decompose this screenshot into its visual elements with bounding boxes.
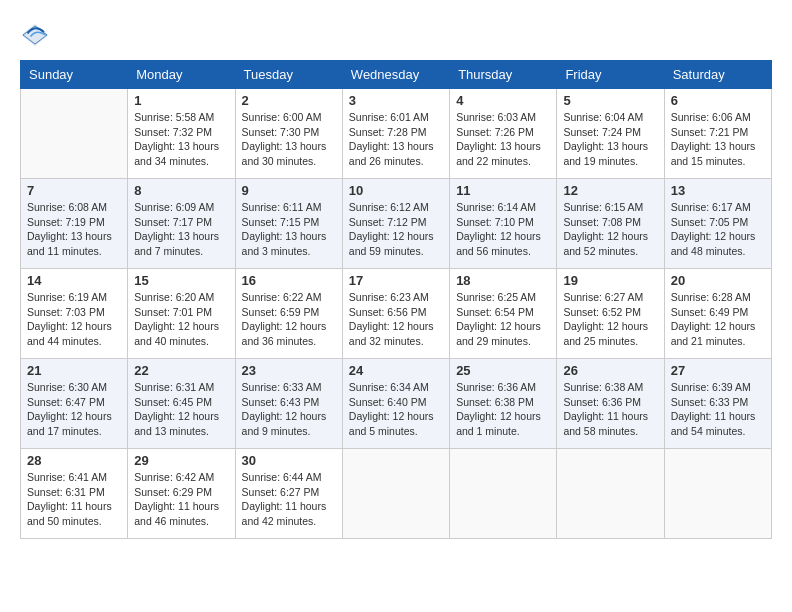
calendar-cell: 29Sunrise: 6:42 AMSunset: 6:29 PMDayligh… xyxy=(128,449,235,539)
calendar-cell: 22Sunrise: 6:31 AMSunset: 6:45 PMDayligh… xyxy=(128,359,235,449)
calendar-header: SundayMondayTuesdayWednesdayThursdayFrid… xyxy=(21,61,772,89)
calendar-cell: 20Sunrise: 6:28 AMSunset: 6:49 PMDayligh… xyxy=(664,269,771,359)
calendar-cell: 9Sunrise: 6:11 AMSunset: 7:15 PMDaylight… xyxy=(235,179,342,269)
calendar-cell: 12Sunrise: 6:15 AMSunset: 7:08 PMDayligh… xyxy=(557,179,664,269)
weekday-header-row: SundayMondayTuesdayWednesdayThursdayFrid… xyxy=(21,61,772,89)
day-number: 15 xyxy=(134,273,228,288)
calendar-cell: 6Sunrise: 6:06 AMSunset: 7:21 PMDaylight… xyxy=(664,89,771,179)
day-number: 20 xyxy=(671,273,765,288)
calendar-cell xyxy=(342,449,449,539)
day-info: Sunrise: 6:23 AMSunset: 6:56 PMDaylight:… xyxy=(349,290,443,349)
calendar-week-row: 14Sunrise: 6:19 AMSunset: 7:03 PMDayligh… xyxy=(21,269,772,359)
calendar-cell xyxy=(664,449,771,539)
day-info: Sunrise: 6:39 AMSunset: 6:33 PMDaylight:… xyxy=(671,380,765,439)
calendar-cell: 17Sunrise: 6:23 AMSunset: 6:56 PMDayligh… xyxy=(342,269,449,359)
calendar-body: 1Sunrise: 5:58 AMSunset: 7:32 PMDaylight… xyxy=(21,89,772,539)
day-info: Sunrise: 6:30 AMSunset: 6:47 PMDaylight:… xyxy=(27,380,121,439)
calendar-table: SundayMondayTuesdayWednesdayThursdayFrid… xyxy=(20,60,772,539)
weekday-header-monday: Monday xyxy=(128,61,235,89)
day-info: Sunrise: 6:17 AMSunset: 7:05 PMDaylight:… xyxy=(671,200,765,259)
calendar-cell: 8Sunrise: 6:09 AMSunset: 7:17 PMDaylight… xyxy=(128,179,235,269)
calendar-week-row: 28Sunrise: 6:41 AMSunset: 6:31 PMDayligh… xyxy=(21,449,772,539)
calendar-cell: 1Sunrise: 5:58 AMSunset: 7:32 PMDaylight… xyxy=(128,89,235,179)
calendar-cell: 4Sunrise: 6:03 AMSunset: 7:26 PMDaylight… xyxy=(450,89,557,179)
calendar-week-row: 1Sunrise: 5:58 AMSunset: 7:32 PMDaylight… xyxy=(21,89,772,179)
day-number: 29 xyxy=(134,453,228,468)
day-info: Sunrise: 6:11 AMSunset: 7:15 PMDaylight:… xyxy=(242,200,336,259)
day-info: Sunrise: 6:20 AMSunset: 7:01 PMDaylight:… xyxy=(134,290,228,349)
calendar-cell: 3Sunrise: 6:01 AMSunset: 7:28 PMDaylight… xyxy=(342,89,449,179)
weekday-header-tuesday: Tuesday xyxy=(235,61,342,89)
day-number: 19 xyxy=(563,273,657,288)
day-number: 27 xyxy=(671,363,765,378)
day-number: 28 xyxy=(27,453,121,468)
day-info: Sunrise: 6:31 AMSunset: 6:45 PMDaylight:… xyxy=(134,380,228,439)
calendar-week-row: 21Sunrise: 6:30 AMSunset: 6:47 PMDayligh… xyxy=(21,359,772,449)
day-number: 1 xyxy=(134,93,228,108)
day-info: Sunrise: 6:36 AMSunset: 6:38 PMDaylight:… xyxy=(456,380,550,439)
calendar-cell: 10Sunrise: 6:12 AMSunset: 7:12 PMDayligh… xyxy=(342,179,449,269)
calendar-cell: 24Sunrise: 6:34 AMSunset: 6:40 PMDayligh… xyxy=(342,359,449,449)
day-info: Sunrise: 6:15 AMSunset: 7:08 PMDaylight:… xyxy=(563,200,657,259)
day-info: Sunrise: 6:44 AMSunset: 6:27 PMDaylight:… xyxy=(242,470,336,529)
day-number: 8 xyxy=(134,183,228,198)
day-number: 12 xyxy=(563,183,657,198)
day-info: Sunrise: 6:00 AMSunset: 7:30 PMDaylight:… xyxy=(242,110,336,169)
calendar-cell: 28Sunrise: 6:41 AMSunset: 6:31 PMDayligh… xyxy=(21,449,128,539)
day-info: Sunrise: 6:41 AMSunset: 6:31 PMDaylight:… xyxy=(27,470,121,529)
weekday-header-sunday: Sunday xyxy=(21,61,128,89)
day-number: 7 xyxy=(27,183,121,198)
calendar-cell: 30Sunrise: 6:44 AMSunset: 6:27 PMDayligh… xyxy=(235,449,342,539)
day-number: 2 xyxy=(242,93,336,108)
calendar-cell: 19Sunrise: 6:27 AMSunset: 6:52 PMDayligh… xyxy=(557,269,664,359)
page-header xyxy=(20,20,772,50)
calendar-cell: 2Sunrise: 6:00 AMSunset: 7:30 PMDaylight… xyxy=(235,89,342,179)
calendar-cell: 23Sunrise: 6:33 AMSunset: 6:43 PMDayligh… xyxy=(235,359,342,449)
day-number: 23 xyxy=(242,363,336,378)
day-number: 21 xyxy=(27,363,121,378)
calendar-cell: 27Sunrise: 6:39 AMSunset: 6:33 PMDayligh… xyxy=(664,359,771,449)
weekday-header-thursday: Thursday xyxy=(450,61,557,89)
day-info: Sunrise: 6:09 AMSunset: 7:17 PMDaylight:… xyxy=(134,200,228,259)
day-number: 14 xyxy=(27,273,121,288)
day-number: 18 xyxy=(456,273,550,288)
calendar-cell: 11Sunrise: 6:14 AMSunset: 7:10 PMDayligh… xyxy=(450,179,557,269)
day-number: 5 xyxy=(563,93,657,108)
day-number: 9 xyxy=(242,183,336,198)
day-number: 30 xyxy=(242,453,336,468)
day-number: 6 xyxy=(671,93,765,108)
day-info: Sunrise: 6:01 AMSunset: 7:28 PMDaylight:… xyxy=(349,110,443,169)
day-info: Sunrise: 6:12 AMSunset: 7:12 PMDaylight:… xyxy=(349,200,443,259)
day-info: Sunrise: 6:08 AMSunset: 7:19 PMDaylight:… xyxy=(27,200,121,259)
day-number: 3 xyxy=(349,93,443,108)
calendar-cell: 13Sunrise: 6:17 AMSunset: 7:05 PMDayligh… xyxy=(664,179,771,269)
day-number: 4 xyxy=(456,93,550,108)
calendar-cell: 26Sunrise: 6:38 AMSunset: 6:36 PMDayligh… xyxy=(557,359,664,449)
day-info: Sunrise: 6:06 AMSunset: 7:21 PMDaylight:… xyxy=(671,110,765,169)
calendar-cell xyxy=(21,89,128,179)
day-number: 10 xyxy=(349,183,443,198)
calendar-cell: 25Sunrise: 6:36 AMSunset: 6:38 PMDayligh… xyxy=(450,359,557,449)
calendar-cell: 14Sunrise: 6:19 AMSunset: 7:03 PMDayligh… xyxy=(21,269,128,359)
logo-icon xyxy=(20,20,50,50)
day-info: Sunrise: 6:38 AMSunset: 6:36 PMDaylight:… xyxy=(563,380,657,439)
calendar-cell: 7Sunrise: 6:08 AMSunset: 7:19 PMDaylight… xyxy=(21,179,128,269)
calendar-cell: 18Sunrise: 6:25 AMSunset: 6:54 PMDayligh… xyxy=(450,269,557,359)
day-info: Sunrise: 6:03 AMSunset: 7:26 PMDaylight:… xyxy=(456,110,550,169)
day-info: Sunrise: 6:34 AMSunset: 6:40 PMDaylight:… xyxy=(349,380,443,439)
day-info: Sunrise: 6:04 AMSunset: 7:24 PMDaylight:… xyxy=(563,110,657,169)
day-info: Sunrise: 6:33 AMSunset: 6:43 PMDaylight:… xyxy=(242,380,336,439)
day-number: 24 xyxy=(349,363,443,378)
day-number: 13 xyxy=(671,183,765,198)
calendar-cell: 21Sunrise: 6:30 AMSunset: 6:47 PMDayligh… xyxy=(21,359,128,449)
day-number: 16 xyxy=(242,273,336,288)
day-number: 22 xyxy=(134,363,228,378)
day-info: Sunrise: 6:14 AMSunset: 7:10 PMDaylight:… xyxy=(456,200,550,259)
calendar-cell: 5Sunrise: 6:04 AMSunset: 7:24 PMDaylight… xyxy=(557,89,664,179)
day-number: 26 xyxy=(563,363,657,378)
weekday-header-saturday: Saturday xyxy=(664,61,771,89)
calendar-cell: 15Sunrise: 6:20 AMSunset: 7:01 PMDayligh… xyxy=(128,269,235,359)
day-info: Sunrise: 6:42 AMSunset: 6:29 PMDaylight:… xyxy=(134,470,228,529)
day-info: Sunrise: 6:25 AMSunset: 6:54 PMDaylight:… xyxy=(456,290,550,349)
calendar-cell xyxy=(450,449,557,539)
